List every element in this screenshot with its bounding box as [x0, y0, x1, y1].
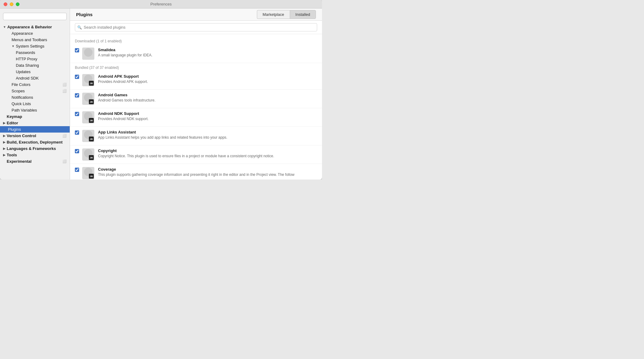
- sidebar-section-experimental[interactable]: ▶ Experimental ⬜: [0, 158, 70, 165]
- plugin-search-input[interactable]: [75, 23, 317, 31]
- sidebar-item-updates[interactable]: Updates: [0, 69, 70, 75]
- plugin-badge-android-apk: JB: [89, 81, 94, 86]
- sidebar-item-scopes[interactable]: Scopes ⬜: [0, 88, 70, 94]
- sidebar-section-tools[interactable]: ▶ Tools: [0, 152, 70, 158]
- sidebar-section-build-execution[interactable]: ▶ Build, Execution, Deployment: [0, 139, 70, 145]
- sidebar-section-version-control[interactable]: ▶ Version Control ⬜: [0, 133, 70, 139]
- tab-buttons: Marketplace Installed: [257, 10, 316, 19]
- plugin-name-copyright: Copyright: [98, 148, 317, 153]
- plugin-info-android-games: Android Games Android Games tools infras…: [98, 93, 317, 103]
- plugin-checkbox-app-links[interactable]: [75, 130, 79, 135]
- bundled-section-label: Bundled (37 of 37 enabled): [70, 63, 322, 71]
- plugin-item-android-ndk: JB Android NDK Support Provides Android …: [70, 108, 322, 127]
- plugin-icon-android-apk: JB: [82, 74, 94, 86]
- plugin-badge-android-ndk: JB: [89, 118, 94, 123]
- sidebar-item-path-variables[interactable]: Path Variables: [0, 107, 70, 113]
- plugin-badge-coverage: JB: [89, 174, 94, 179]
- expand-arrow-system-settings: ▼: [12, 44, 15, 48]
- sidebar: 🔍 ▼ Appearance & Behavior Appearance Men…: [0, 9, 70, 180]
- plugin-icon-app-links: JB: [82, 130, 94, 142]
- preferences-window: Preferences 🔍 ▼ Appearance & Behavior Ap…: [0, 0, 322, 180]
- plugin-desc-android-apk: Provides Android APK support.: [98, 79, 317, 84]
- plugin-checkbox-android-games[interactable]: [75, 93, 79, 98]
- sidebar-item-passwords[interactable]: Passwords: [0, 49, 70, 56]
- expand-arrow-editor: ▶: [3, 121, 5, 125]
- scopes-copy-icon: ⬜: [62, 89, 67, 93]
- sidebar-item-menus-toolbars[interactable]: Menus and Toolbars: [0, 37, 70, 43]
- sidebar-item-appearance[interactable]: Appearance: [0, 30, 70, 37]
- minimize-button[interactable]: [10, 2, 13, 6]
- plugin-name-app-links: App Links Assistant: [98, 130, 317, 134]
- plugin-checkbox-smalidea[interactable]: [75, 48, 79, 52]
- plugin-name-smalidea: Smalidea: [98, 48, 317, 52]
- traffic-lights: [4, 2, 19, 6]
- sidebar-search-wrapper: 🔍: [3, 13, 67, 20]
- plugin-badge-app-links: JB: [89, 137, 94, 141]
- expand-arrow-tools: ▶: [3, 153, 5, 157]
- plugin-info-android-ndk: Android NDK Support Provides Android NDK…: [98, 111, 317, 122]
- plugin-name-coverage: Coverage: [98, 167, 317, 172]
- sidebar-section-appearance-behavior[interactable]: ▼ Appearance & Behavior: [0, 24, 70, 30]
- sidebar-item-data-sharing[interactable]: Data Sharing: [0, 62, 70, 69]
- sidebar-item-file-colors[interactable]: File Colors ⬜: [0, 81, 70, 88]
- downloaded-section-label: Downloaded (1 of 1 enabled): [70, 37, 322, 44]
- tab-marketplace[interactable]: Marketplace: [257, 10, 290, 19]
- right-panel: Plugins Marketplace Installed 🔍 Download…: [70, 9, 322, 180]
- sidebar-section-languages-frameworks[interactable]: ▶ Languages & Frameworks: [0, 145, 70, 152]
- sidebar-item-http-proxy[interactable]: HTTP Proxy: [0, 56, 70, 62]
- plugin-checkbox-android-ndk[interactable]: [75, 112, 79, 116]
- experimental-label: Experimental: [7, 159, 32, 164]
- expand-arrow-languages: ▶: [3, 147, 5, 150]
- plugin-icon-smalidea: [82, 48, 94, 60]
- plugins-list: Downloaded (1 of 1 enabled) Smalidea A s…: [70, 34, 322, 180]
- plugin-checkbox-coverage[interactable]: [75, 168, 79, 172]
- plugin-info-coverage: Coverage This plugin supports gathering …: [98, 167, 317, 177]
- plugin-badge-copyright: JB: [89, 155, 94, 160]
- tab-installed[interactable]: Installed: [290, 10, 316, 19]
- plugin-name-android-games: Android Games: [98, 93, 317, 97]
- plugin-icon-android-ndk: JB: [82, 111, 94, 123]
- plugin-desc-android-ndk: Provides Android NDK support.: [98, 116, 317, 122]
- panel-header: Plugins Marketplace Installed: [70, 9, 322, 21]
- sidebar-section-editor[interactable]: ▶ Editor: [0, 120, 70, 126]
- expand-arrow-appearance: ▼: [3, 25, 6, 29]
- plugin-info-android-apk: Android APK Support Provides Android APK…: [98, 74, 317, 84]
- plugin-checkbox-android-apk[interactable]: [75, 75, 79, 79]
- plugin-item-android-games: JB Android Games Android Games tools inf…: [70, 90, 322, 108]
- plugin-item-smalidea: Smalidea A smali language plugin for IDE…: [70, 44, 322, 63]
- title-bar: Preferences: [0, 0, 322, 9]
- sidebar-item-notifications[interactable]: Notifications: [0, 94, 70, 101]
- sidebar-item-android-sdk[interactable]: Android SDK: [0, 75, 70, 81]
- plugin-search-wrapper: 🔍: [75, 23, 317, 31]
- editor-label: Editor: [7, 121, 18, 125]
- plugin-checkbox-copyright[interactable]: [75, 149, 79, 153]
- plugin-desc-smalidea: A smali language plugin for IDEA.: [98, 53, 317, 58]
- sidebar-search-input[interactable]: [3, 13, 67, 20]
- file-colors-copy-icon: ⬜: [62, 83, 67, 87]
- plugin-desc-app-links: App Links Assistant helps you add app li…: [98, 135, 317, 140]
- plugin-desc-copyright: Copyright Notice. This plugin is used to…: [98, 154, 317, 159]
- experimental-copy-icon: ⬜: [62, 159, 67, 163]
- sidebar-section-keymap[interactable]: ▶ Keymap: [0, 113, 70, 120]
- sidebar-item-plugins[interactable]: Plugins: [0, 126, 70, 133]
- panel-title: Plugins: [76, 12, 93, 17]
- sidebar-section-label: Appearance & Behavior: [7, 25, 52, 29]
- plugin-info-app-links: App Links Assistant App Links Assistant …: [98, 130, 317, 140]
- sidebar-item-quick-lists[interactable]: Quick Lists: [0, 101, 70, 107]
- version-control-copy-icon: ⬜: [62, 134, 67, 138]
- plugin-search-area: 🔍: [70, 21, 322, 34]
- close-button[interactable]: [4, 2, 7, 6]
- sidebar-search-bar: 🔍: [0, 11, 70, 22]
- plugin-icon-android-games: JB: [82, 93, 94, 105]
- plugin-item-coverage: JB Coverage This plugin supports gatheri…: [70, 164, 322, 180]
- expand-arrow-version-control: ▶: [3, 134, 5, 137]
- main-content: 🔍 ▼ Appearance & Behavior Appearance Men…: [0, 9, 322, 180]
- plugin-search-icon: 🔍: [77, 25, 82, 30]
- plugin-info-copyright: Copyright Copyright Notice. This plugin …: [98, 148, 317, 159]
- plugin-item-app-links: JB App Links Assistant App Links Assista…: [70, 127, 322, 145]
- sidebar-item-system-settings[interactable]: ▼ System Settings: [0, 43, 70, 49]
- maximize-button[interactable]: [16, 2, 19, 6]
- plugin-name-android-ndk: Android NDK Support: [98, 111, 317, 116]
- plugin-icon-coverage: JB: [82, 167, 94, 179]
- build-execution-label: Build, Execution, Deployment: [7, 140, 62, 144]
